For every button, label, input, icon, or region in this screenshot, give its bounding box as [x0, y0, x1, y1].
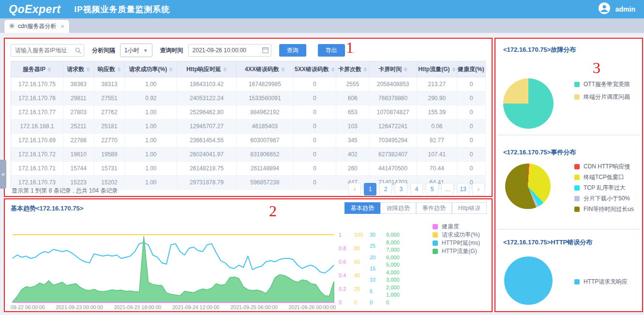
legend-label: OTT服务带宽受限 [584, 80, 630, 89]
legend-label: 请求成功率(%) [442, 231, 480, 239]
table-cell: 38363 [63, 77, 94, 91]
legend-item[interactable]: OTT服务带宽受限 [574, 80, 630, 89]
pagination: ‹12345...13› [348, 183, 485, 195]
legend-item[interactable]: HTTP流量(G) [433, 247, 480, 255]
page-button[interactable]: 2 [379, 183, 392, 195]
trend-tab-2[interactable]: 事件趋势 [416, 202, 452, 214]
table-cell: 0 [457, 105, 486, 120]
table-row[interactable]: 172.16.170.6922786227701.0023661454.5560… [11, 134, 486, 148]
table-cell: 0 [457, 162, 486, 176]
table-cell: 26024041.97 [177, 148, 237, 162]
query-time-input[interactable] [188, 44, 271, 57]
page-button[interactable]: 5 [426, 183, 438, 195]
table-cell: 0 [293, 91, 336, 105]
trend-title: 基本趋势<172.16.170.75> [11, 204, 83, 213]
table-cell: 103 [336, 120, 369, 134]
trend-tab-1[interactable]: 故障趋势 [380, 202, 416, 214]
table-cell: 0 [457, 91, 486, 105]
table-row[interactable]: 172.16.188.125211251811.0012945707.27461… [11, 120, 486, 134]
column-header[interactable]: 请求成功率(%) [125, 61, 177, 77]
table-row[interactable]: 172.16.170.7538363383131.0018643103.4216… [11, 77, 486, 91]
legend-item[interactable]: HTTP时延(ms) [433, 239, 480, 247]
axis-tick: 0 [354, 300, 357, 305]
legend-item[interactable]: 终端TCP低窗口 [574, 173, 624, 181]
legend-item[interactable]: TCP 乱序率过大 [574, 184, 626, 192]
table-cell: 1070874827 [369, 105, 417, 120]
legend-item[interactable]: 请求成功率(%) [433, 231, 480, 239]
column-header[interactable]: 请求数 [63, 61, 94, 77]
legend-item[interactable]: 分片下载小于50% [574, 195, 630, 203]
page-button[interactable]: 4 [410, 183, 423, 195]
axis-tick: 25 [370, 243, 375, 249]
legend-item[interactable]: 终端分片调度问题 [574, 93, 630, 101]
table-cell: 1.00 [125, 105, 177, 120]
legend-item[interactable]: 健康度 [433, 223, 480, 231]
table-row[interactable]: 172.16.170.7115744157311.0026148218.7526… [11, 162, 486, 176]
tab-page-icon [9, 23, 15, 30]
legend-swatch [574, 185, 580, 191]
page-prev-button[interactable]: ‹ [348, 183, 361, 195]
query-button[interactable]: 查询 [279, 44, 306, 57]
table-cell: 155.39 [417, 105, 457, 120]
table-cell: 172.16.170.71 [11, 162, 63, 176]
table-row[interactable]: 172.16.170.7219610195891.0026024041.9783… [11, 148, 486, 162]
filter-bar: 分析间隔 1小时 ▼ 查询时间 查询 导出 [11, 44, 345, 57]
table-cell: 38313 [94, 77, 125, 91]
page-button[interactable]: 1 [364, 183, 376, 195]
legend-item[interactable]: CDN HTTP响应慢 [574, 163, 630, 171]
column-header[interactable]: Http响应时延 [177, 61, 237, 77]
calendar-icon[interactable] [262, 47, 269, 53]
column-header[interactable]: 健康度(%) [457, 61, 486, 77]
table-cell: 703495294 [369, 134, 417, 148]
axis-tick: 9,000 [386, 232, 400, 238]
sidebar-collapse-handle[interactable]: « [0, 160, 6, 189]
page-button[interactable]: 3 [395, 183, 407, 195]
panel-divider [497, 135, 640, 135]
legend-swatch [574, 207, 580, 212]
column-label: 请求数 [67, 66, 84, 73]
legend-label: FIN等待时间过长us [584, 205, 634, 213]
column-header[interactable]: 4XX错误码数 [236, 61, 293, 77]
interval-select[interactable]: 1小时 ▼ [120, 44, 152, 57]
sort-icon [452, 67, 456, 72]
server-ip-input[interactable] [11, 44, 84, 57]
table-cell: 290.90 [417, 91, 457, 105]
user-account[interactable]: admin [598, 0, 635, 18]
record-summary: 显示第 1 到第 8 条记录 , 总共 104 条记录 [12, 187, 118, 195]
table-cell: 345 [336, 134, 369, 148]
tab-close-icon[interactable]: × [60, 23, 64, 30]
page-next-button[interactable]: › [472, 183, 485, 195]
table-cell: 107.41 [417, 148, 457, 162]
axis-tick: 0 [339, 300, 342, 305]
trend-tab-0[interactable]: 基本趋势 [344, 202, 380, 214]
table-header-row: 服务器IP请求数响应数请求成功率(%)Http响应时延4XX错误码数5XX错误码… [11, 61, 486, 77]
legend-item[interactable]: HTTP请求无响应 [574, 278, 628, 286]
trend-tab-3[interactable]: Http错误 [452, 202, 487, 214]
table-cell: 25296462.80 [177, 105, 237, 120]
tab-cdn-server-analysis[interactable]: cdn服务器分析 × [4, 19, 70, 33]
axis-tick: 2021-09-23 18:00:00 [114, 304, 162, 310]
column-header[interactable]: 卡屏次数 [336, 61, 369, 77]
table-cell: 12945707.27 [177, 120, 237, 134]
chevron-down-icon: ▼ [143, 48, 148, 53]
column-header[interactable]: 响应数 [94, 61, 125, 77]
page-button[interactable]: 13 [457, 183, 469, 195]
legend-label: CDN HTTP响应慢 [584, 163, 630, 171]
table-row[interactable]: 172.16.170.7629811275510.9224053122.2415… [11, 91, 486, 105]
user-avatar-icon [598, 2, 611, 16]
legend-swatch [433, 232, 438, 238]
legend-label: TCP 乱序率过大 [584, 184, 626, 192]
legend-item[interactable]: FIN等待时间过长us [574, 205, 634, 213]
table-cell: 1.00 [125, 77, 177, 91]
export-button[interactable]: 导出 [318, 44, 345, 57]
table-cell: 19610 [63, 148, 94, 162]
column-header[interactable]: 卡屏时间 [369, 61, 417, 77]
column-header[interactable]: 服务器IP [11, 61, 63, 77]
table-row[interactable]: 172.16.170.7727803277621.0025296462.8088… [11, 105, 486, 120]
axis-tick: 10 [370, 277, 375, 283]
column-header[interactable]: Http流量(G) [417, 61, 457, 77]
server-table: 服务器IP请求数响应数请求成功率(%)Http响应时延4XX错误码数5XX错误码… [11, 61, 486, 190]
sort-icon [363, 67, 367, 72]
column-header[interactable]: 5XX错误码数 [293, 61, 336, 77]
page-ellipsis[interactable]: ... [441, 183, 454, 195]
